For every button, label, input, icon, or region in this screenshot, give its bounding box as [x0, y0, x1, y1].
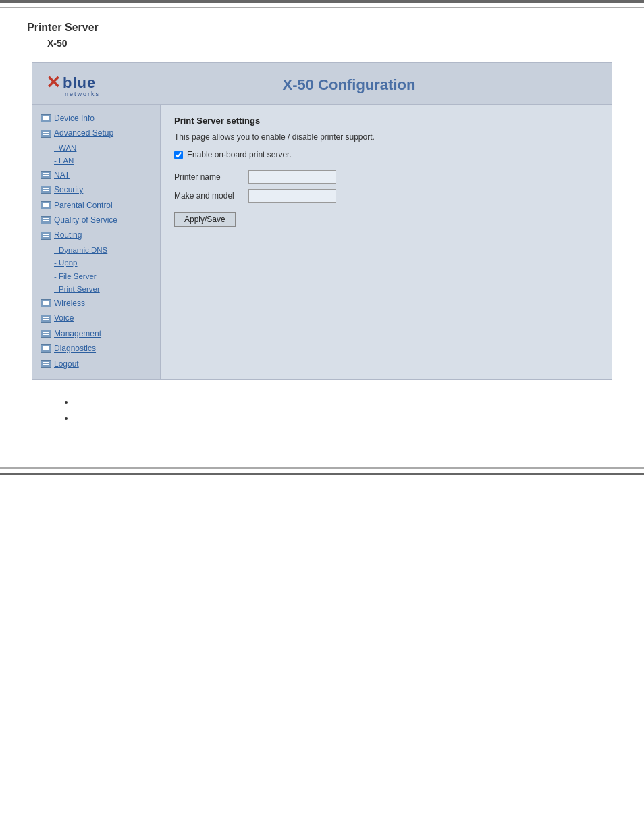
logo-blue-text: blue — [63, 74, 96, 92]
parental-control-icon — [41, 201, 51, 209]
nat-link[interactable]: NAT — [54, 168, 70, 182]
sidebar-item-wireless[interactable]: Wireless — [41, 296, 152, 310]
make-model-label: Make and model — [174, 191, 242, 201]
main-content: Print Server settings This page allows y… — [161, 105, 612, 379]
printer-name-input[interactable] — [248, 170, 336, 184]
printer-name-row: Printer name — [174, 170, 598, 184]
sidebar-sub-dynamic-dns: - Dynamic DNS — [41, 244, 152, 257]
logo-area: ✕ blue networks — [46, 72, 100, 97]
sidebar-item-device-info[interactable]: Device Info — [41, 111, 152, 125]
sidebar-item-qos[interactable]: Quality of Service — [41, 213, 152, 227]
config-body: Device Info Advanced Setup - WAN - LAN N… — [32, 105, 612, 379]
dynamic-dns-link[interactable]: - Dynamic DNS — [54, 244, 152, 257]
logo-networks: networks — [65, 90, 100, 97]
enable-checkbox-row[interactable]: Enable on-board print server. — [174, 150, 598, 159]
diagnostics-link[interactable]: Diagnostics — [54, 342, 96, 355]
management-link[interactable]: Management — [54, 327, 101, 340]
sidebar-sub-file-server: - File Server — [41, 270, 152, 284]
enable-checkbox-label: Enable on-board print server. — [187, 150, 292, 159]
wan-link[interactable]: - WAN — [54, 142, 152, 155]
enable-print-server-checkbox[interactable] — [174, 151, 183, 159]
page-title: Printer Server — [27, 22, 617, 34]
bottom-border — [0, 467, 644, 469]
sidebar-item-parental-control[interactable]: Parental Control — [41, 199, 152, 212]
sidebar-item-security[interactable]: Security — [41, 183, 152, 197]
config-header: ✕ blue networks X-50 Configuration — [32, 63, 612, 105]
logout-link[interactable]: Logout — [54, 357, 79, 371]
advanced-setup-link[interactable]: Advanced Setup — [54, 126, 113, 140]
device-model: X-50 — [47, 38, 617, 49]
device-info-link[interactable]: Device Info — [54, 111, 95, 125]
qos-icon — [41, 216, 51, 224]
advanced-setup-icon — [41, 130, 51, 138]
config-title: X-50 Configuration — [100, 76, 598, 94]
printer-name-label: Printer name — [174, 172, 242, 182]
sidebar-sub-lan: - LAN — [41, 155, 152, 168]
wireless-link[interactable]: Wireless — [54, 296, 85, 310]
sidebar: Device Info Advanced Setup - WAN - LAN N… — [32, 105, 161, 379]
apply-save-container: Apply/Save — [174, 212, 598, 227]
print-server-link[interactable]: - Print Server — [54, 283, 152, 296]
qos-link[interactable]: Quality of Service — [54, 213, 117, 227]
sidebar-item-nat[interactable]: NAT — [41, 168, 152, 182]
apply-save-button[interactable]: Apply/Save — [174, 212, 236, 227]
bullet-item-1 — [74, 397, 590, 407]
footer-border — [0, 473, 644, 475]
lan-link[interactable]: - LAN — [54, 155, 152, 168]
section-desc: This page allows you to enable / disable… — [174, 132, 598, 142]
sidebar-item-advanced-setup[interactable]: Advanced Setup — [41, 126, 152, 140]
make-model-row: Make and model — [174, 189, 598, 203]
security-link[interactable]: Security — [54, 183, 83, 197]
file-server-link[interactable]: - File Server — [54, 270, 152, 284]
sidebar-item-voice[interactable]: Voice — [41, 311, 152, 325]
voice-icon — [41, 315, 51, 323]
device-info-icon — [41, 114, 51, 122]
bottom-section — [27, 380, 617, 440]
routing-icon — [41, 232, 51, 240]
section-title: Print Server settings — [174, 115, 598, 126]
routing-link[interactable]: Routing — [54, 228, 82, 242]
management-icon — [41, 330, 51, 338]
wireless-icon — [41, 299, 51, 307]
sidebar-item-diagnostics[interactable]: Diagnostics — [41, 342, 152, 355]
logo-x: ✕ — [46, 72, 61, 93]
bullet-item-2 — [74, 413, 590, 423]
sidebar-sub-print-server: - Print Server — [41, 283, 152, 296]
parental-control-link[interactable]: Parental Control — [54, 199, 113, 212]
sidebar-sub-wan: - WAN — [41, 142, 152, 155]
config-container: ✕ blue networks X-50 Configuration Devic… — [32, 62, 612, 380]
sidebar-item-routing[interactable]: Routing — [41, 228, 152, 242]
sidebar-item-management[interactable]: Management — [41, 327, 152, 340]
bullet-list — [54, 397, 590, 423]
nat-icon — [41, 171, 51, 179]
upnp-link[interactable]: - Upnp — [54, 257, 152, 270]
sidebar-sub-upnp: - Upnp — [41, 257, 152, 270]
security-icon — [41, 186, 51, 194]
logout-icon — [41, 360, 51, 368]
diagnostics-icon — [41, 344, 51, 353]
voice-link[interactable]: Voice — [54, 311, 74, 325]
make-model-input[interactable] — [248, 189, 336, 203]
sidebar-item-logout[interactable]: Logout — [41, 357, 152, 371]
top-border — [0, 0, 644, 3]
